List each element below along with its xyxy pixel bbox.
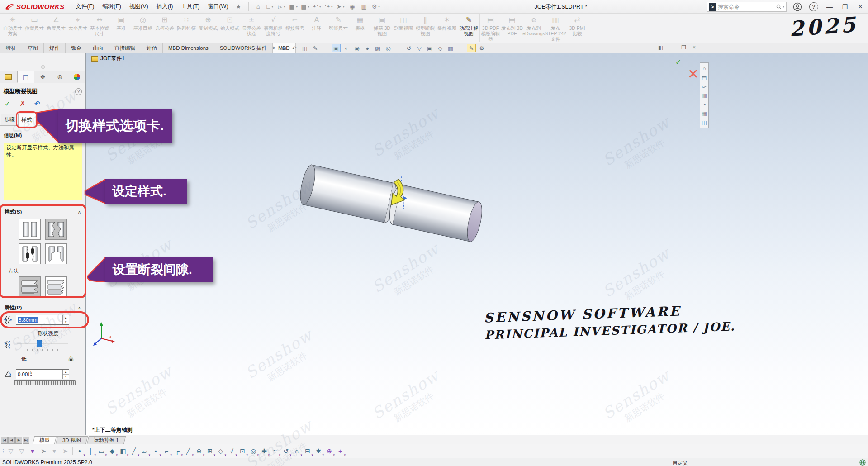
collapse-chevron-icon[interactable]: ∧ (78, 305, 81, 310)
contour-icon[interactable]: ⌐ (161, 446, 172, 456)
view-settings-icon[interactable]: ◎ (384, 44, 393, 52)
menu-item[interactable]: 视图(V) (125, 0, 152, 13)
measure-icon[interactable]: ✚ (259, 446, 270, 456)
check-icon[interactable]: √ (226, 446, 237, 456)
model-tab[interactable]: 运动算例 1 (87, 436, 126, 444)
file-properties-icon[interactable]: ▥ (358, 1, 370, 12)
copy-scheme[interactable]: ⊕ 复制模式 (197, 14, 219, 42)
select-icon[interactable]: ➤ (335, 1, 346, 12)
publish-step242[interactable]: ▥ 发布 STEP 242 文件 (545, 14, 566, 42)
resources-icon[interactable]: ⌂ (702, 64, 706, 73)
doc-restore-icon[interactable]: ❐ (681, 44, 686, 51)
surface-finish[interactable]: √ 表面粗糙度符号 (262, 14, 284, 42)
show-tolerance-status[interactable]: ± 显示公差状态 (241, 14, 262, 42)
break-angle-spinner[interactable]: ▲▼ (62, 370, 69, 379)
globe-icon[interactable] (859, 459, 866, 466)
style-zigzag-button[interactable] (45, 219, 67, 240)
undo-icon[interactable]: ↶ (311, 1, 323, 12)
filter-ghost2-icon[interactable]: ▽ (16, 446, 27, 456)
file-explorer-icon[interactable]: ▻ (702, 82, 706, 91)
dynamic-annotation-view-icon[interactable]: ✎ (467, 44, 476, 52)
auto-dimension-scheme[interactable]: ✳ 自动尺寸方案 (2, 14, 24, 42)
home-icon[interactable]: ⌂ (252, 1, 264, 12)
options-icon[interactable]: ⚙ (370, 1, 381, 12)
collapse-chevron-icon[interactable]: ∧ (78, 209, 81, 214)
ribbon-tab[interactable]: MBD Dimensions (163, 43, 214, 53)
style-step-button[interactable] (45, 243, 67, 264)
3d-pdf-template-editor[interactable]: ▤ 3D PDF 模板编辑器 (479, 14, 501, 42)
zoom-n-icon[interactable]: ◎ (248, 446, 259, 456)
new-file-icon[interactable]: □ (264, 1, 275, 12)
note[interactable]: A 注释 (306, 14, 327, 42)
tab-nav-button[interactable]: ▶| (23, 437, 29, 444)
point-icon[interactable]: • (74, 446, 85, 456)
restore-button[interactable]: ❐ (837, 0, 853, 14)
loop-icon[interactable]: ↺ (280, 446, 291, 456)
plane-icon[interactable]: ▱ (139, 446, 150, 456)
tab-steps[interactable]: 步骤 (1, 114, 18, 125)
display-manager-tab[interactable] (68, 71, 85, 83)
slider-thumb[interactable] (37, 340, 42, 347)
select-cursor-icon[interactable]: ➤ (38, 446, 49, 456)
mirror-icon[interactable]: ◇ (215, 446, 226, 456)
datum-target[interactable]: ◎ 基准目标 (132, 14, 154, 42)
corner-icon[interactable]: ┌ (172, 446, 183, 456)
ribbon-tab[interactable]: 草图 (22, 43, 44, 53)
axis-icon[interactable]: ╱ (183, 446, 194, 456)
panel-splitter-handle[interactable] (41, 65, 45, 69)
box-icon[interactable]: ◧ (118, 446, 128, 456)
publish-edrawings[interactable]: e 发布到 eDrawings (523, 14, 545, 42)
ribbon-tab[interactable]: 焊件 (44, 43, 66, 53)
ribbon-tab[interactable]: SOLIDWORKS 插件 (214, 43, 273, 53)
ok-button[interactable]: ✓ (5, 100, 10, 108)
search-dropdown-icon[interactable]: ▾ (783, 5, 784, 9)
dynamic-annotation-views[interactable]: ✎ 动态注解视图 (458, 14, 479, 42)
tab-nav-button[interactable]: ◀ (8, 437, 15, 444)
jog-icon[interactable]: ≈ (270, 446, 280, 456)
view-palette-icon[interactable]: ▥ (702, 91, 707, 100)
graphics-viewport[interactable]: JOE零件1 ✓ ✕ ⌂▤▻▥◔▦◫ (86, 53, 868, 435)
hide-show-items-icon[interactable]: ◉ (352, 44, 361, 52)
filter-icon[interactable]: ▽ (415, 44, 424, 52)
shape-strength-slider[interactable] (17, 340, 69, 355)
section-view[interactable]: ◫ 剖面视图 (393, 14, 414, 42)
style-straight-button[interactable] (19, 219, 41, 240)
account-icon[interactable] (793, 2, 802, 11)
method-jagged-button[interactable] (45, 276, 67, 297)
ribbon-tab[interactable]: 直接编辑 (109, 43, 141, 53)
table[interactable]: ▦ 表格 (349, 14, 371, 42)
break-gap-spinner[interactable]: ▲▼ (62, 315, 69, 324)
confirm-cancel-button[interactable]: ✕ (688, 66, 699, 82)
geometric-tolerance[interactable]: ⊞ 几何公差 (154, 14, 175, 42)
pin1-icon[interactable]: ⊕ (324, 446, 335, 456)
solid-icon[interactable]: ◆ (107, 446, 118, 456)
weld-symbol[interactable]: ⌐ 焊接符号 (284, 14, 306, 42)
filter-ghost-icon[interactable]: ▽ (5, 446, 16, 456)
open-file-icon[interactable]: ▻ (276, 1, 287, 12)
small-point-icon[interactable]: ▪ (150, 446, 161, 456)
datum[interactable]: ▣ 基准 (110, 14, 132, 42)
print-icon[interactable]: ▤ (299, 1, 311, 12)
origin-icon[interactable]: ⊕ (194, 446, 204, 456)
view-orientation-icon[interactable]: ▣ (332, 44, 341, 52)
search-icon[interactable] (776, 4, 782, 10)
perspective-icon[interactable]: ◇ (436, 44, 445, 52)
tab-nav-button[interactable]: ▶ (15, 437, 22, 444)
exploded-view[interactable]: ✶ 爆炸视图 (436, 14, 458, 42)
help-icon[interactable]: ? (75, 88, 82, 95)
model-tab[interactable]: 3D 视图 (56, 436, 88, 444)
tab-style[interactable]: 样式 (18, 114, 35, 126)
previous-view-icon[interactable]: ↶ (290, 44, 299, 52)
rectangle-icon[interactable]: ▭ (96, 446, 107, 456)
configuration-manager-tab[interactable]: ❖ (34, 71, 52, 83)
cancel-button[interactable]: ✗ (19, 100, 25, 108)
status-customize[interactable]: 自定义 (673, 460, 688, 466)
save-icon[interactable]: ▦ (288, 1, 299, 12)
angle-thumbwheel[interactable] (14, 380, 76, 385)
forum-icon[interactable]: ◫ (702, 118, 707, 127)
custom-properties-icon[interactable]: ▦ (702, 109, 707, 118)
hud-separator[interactable] (456, 44, 465, 52)
pin-icon[interactable]: ★ (236, 3, 242, 10)
help-icon[interactable]: ? (809, 2, 818, 11)
menu-item[interactable]: 插入(I) (152, 0, 177, 13)
